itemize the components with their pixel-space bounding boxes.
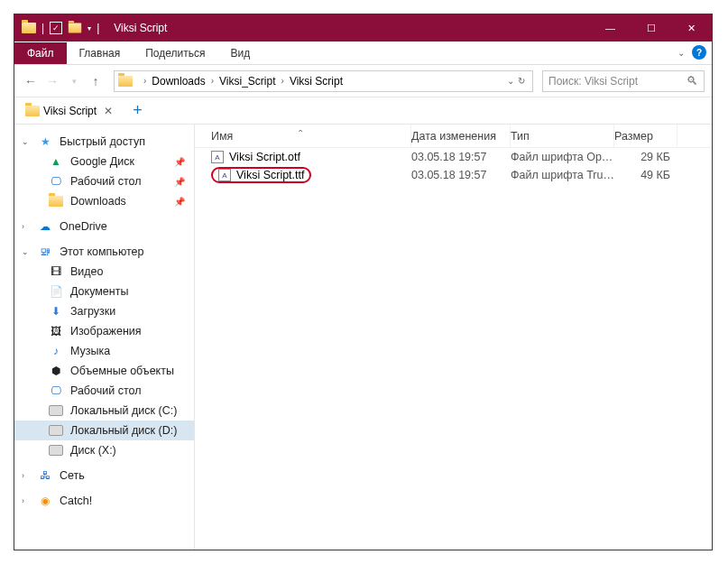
desktop-icon: 🖵 <box>49 384 63 398</box>
col-label: Имя <box>211 130 233 143</box>
tab-home[interactable]: Главная <box>67 42 134 64</box>
cube-icon: ⬢ <box>49 364 63 378</box>
pin-icon[interactable]: 📌 <box>174 197 187 207</box>
back-button[interactable]: ← <box>22 72 40 90</box>
chevron-right-icon[interactable]: › <box>22 471 31 480</box>
sidebar-item-videos[interactable]: 🎞Видео <box>14 262 194 282</box>
col-header-name[interactable]: Имя ˆ <box>195 125 411 147</box>
desktop-icon: 🖵 <box>49 174 63 189</box>
tab-share[interactable]: Поделиться <box>133 42 217 64</box>
file-date: 03.05.18 19:57 <box>411 151 511 163</box>
sidebar-label: Рабочий стол <box>70 175 141 188</box>
disk-icon <box>49 445 63 456</box>
breadcrumb-item[interactable]: Viksi Script <box>290 75 343 88</box>
chevron-down-icon[interactable]: ⌄ <box>677 48 685 58</box>
minimize-button[interactable]: — <box>590 14 631 42</box>
col-header-date[interactable]: Дата изменения <box>411 125 511 147</box>
qat-separator: | <box>41 22 44 34</box>
pictures-icon: 🖼 <box>49 324 63 338</box>
sidebar-item-googledrive[interactable]: ▲ Google Диск 📌 <box>14 152 194 171</box>
sidebar-item-desktop2[interactable]: 🖵Рабочий стол <box>14 381 194 401</box>
tab-label: Viksi Script <box>43 105 97 117</box>
column-headers[interactable]: Имя ˆ Дата изменения Тип Размер <box>195 125 712 148</box>
search-icon[interactable]: 🔍︎ <box>687 74 698 88</box>
sidebar-item-disk-d[interactable]: Локальный диск (D:) <box>14 421 194 440</box>
search-input[interactable]: Поиск: Viksi Script 🔍︎ <box>542 70 705 92</box>
disk-icon <box>49 425 63 436</box>
sidebar-item-music[interactable]: ♪Музыка <box>14 341 194 361</box>
sidebar-item-downloads[interactable]: Downloads 📌 <box>14 191 194 211</box>
folder-icon <box>25 106 40 116</box>
file-size: 29 КБ <box>614 151 677 163</box>
sidebar-label: Локальный диск (C:) <box>70 404 177 417</box>
sidebar-network[interactable]: › 🖧 Сеть <box>14 466 194 485</box>
sidebar-onedrive[interactable]: › ☁ OneDrive <box>14 217 194 236</box>
pc-icon: 🖳 <box>38 245 52 259</box>
checkbox-icon[interactable]: ✓ <box>50 22 62 34</box>
chevron-down-icon[interactable]: ⌄ <box>22 137 31 146</box>
chevron-right-icon[interactable]: › <box>138 76 152 86</box>
tab-view[interactable]: Вид <box>217 42 263 64</box>
col-header-type[interactable]: Тип <box>511 125 614 147</box>
chevron-right-icon[interactable]: › <box>22 496 31 505</box>
history-dropdown-icon[interactable]: ▾ <box>65 72 83 90</box>
sidebar-item-3dobjects[interactable]: ⬢Объемные объекты <box>14 361 194 381</box>
folder-icon <box>49 196 63 207</box>
chevron-right-icon[interactable]: › <box>22 222 31 231</box>
qat-separator: | <box>97 22 99 34</box>
breadcrumb-item[interactable]: Downloads <box>152 75 205 88</box>
forward-button[interactable]: → <box>43 72 61 90</box>
new-tab-button[interactable]: + <box>125 101 143 120</box>
tab-file[interactable]: Файл <box>14 42 67 64</box>
file-name: Viksi Script.ttf <box>236 169 304 181</box>
qat-dropdown-icon[interactable]: ▾ <box>88 24 91 32</box>
nav-bar: ← → ▾ ↑ › Downloads › Viksi_Script › Vik… <box>14 65 712 97</box>
maximize-button[interactable]: ☐ <box>631 14 671 42</box>
pin-icon[interactable]: 📌 <box>174 157 187 167</box>
sidebar-quick-access[interactable]: ⌄ ★ Быстрый доступ <box>14 132 194 152</box>
col-header-size[interactable]: Размер <box>614 125 677 147</box>
col-label: Размер <box>614 130 653 143</box>
refresh-icon[interactable]: ↻ <box>518 76 525 86</box>
chevron-right-icon[interactable]: › <box>206 76 219 86</box>
pin-icon[interactable]: 📌 <box>174 177 187 187</box>
sidebar-thispc[interactable]: ⌄ 🖳 Этот компьютер <box>14 242 194 262</box>
sidebar-label: Локальный диск (D:) <box>70 424 177 437</box>
font-file-icon: A <box>218 169 231 181</box>
sidebar-item-disk-x[interactable]: Диск (X:) <box>14 440 194 460</box>
sidebar-item-disk-c[interactable]: Локальный диск (C:) <box>14 401 194 421</box>
sidebar-label: Объемные объекты <box>70 365 174 377</box>
sidebar-label: Рабочий стол <box>70 384 141 397</box>
star-icon: ★ <box>38 134 52 149</box>
folder-tab[interactable]: Viksi Script ✕ <box>20 102 122 120</box>
col-label: Дата изменения <box>411 130 496 143</box>
chevron-down-icon[interactable]: ⌄ <box>22 247 31 256</box>
ribbon-tabs: Файл Главная Поделиться Вид ⌄ ? <box>14 42 712 65</box>
dropdown-icon[interactable]: ⌄ <box>507 76 514 86</box>
font-file-icon: A <box>211 151 224 163</box>
close-button[interactable]: ✕ <box>671 14 712 42</box>
sidebar-catch[interactable]: › ◉ Catch! <box>14 491 194 511</box>
download-icon: ⬇ <box>49 304 63 319</box>
sidebar-item-pictures[interactable]: 🖼Изображения <box>14 321 194 341</box>
file-name: Viksi Script.otf <box>229 151 300 163</box>
sidebar-label: OneDrive <box>60 220 107 233</box>
address-bar[interactable]: › Downloads › Viksi_Script › Viksi Scrip… <box>114 70 533 92</box>
sidebar-label: Изображения <box>70 325 142 337</box>
close-tab-icon[interactable]: ✕ <box>100 105 116 117</box>
file-row[interactable]: A Viksi Script.ttf 03.05.18 19:57 Файл ш… <box>195 166 712 184</box>
highlight-oval: A Viksi Script.ttf <box>211 167 311 183</box>
sidebar-item-desktop[interactable]: 🖵 Рабочий стол 📌 <box>14 171 194 191</box>
sidebar-label: Сеть <box>60 469 85 482</box>
chevron-right-icon[interactable]: › <box>276 76 290 86</box>
title-bar[interactable]: | ✓ ▾ | Viksi Script — ☐ ✕ <box>14 14 712 42</box>
up-button[interactable]: ↑ <box>87 72 105 90</box>
sidebar-item-documents[interactable]: 📄Документы <box>14 282 194 301</box>
folder-icon <box>69 23 81 33</box>
file-row[interactable]: A Viksi Script.otf 03.05.18 19:57 Файл ш… <box>195 148 712 166</box>
sidebar-item-downloads2[interactable]: ⬇Загрузки <box>14 301 194 321</box>
help-icon[interactable]: ? <box>692 45 706 60</box>
window-title: Viksi Script <box>106 22 590 34</box>
network-icon: 🖧 <box>38 468 52 483</box>
breadcrumb-item[interactable]: Viksi_Script <box>219 75 275 88</box>
